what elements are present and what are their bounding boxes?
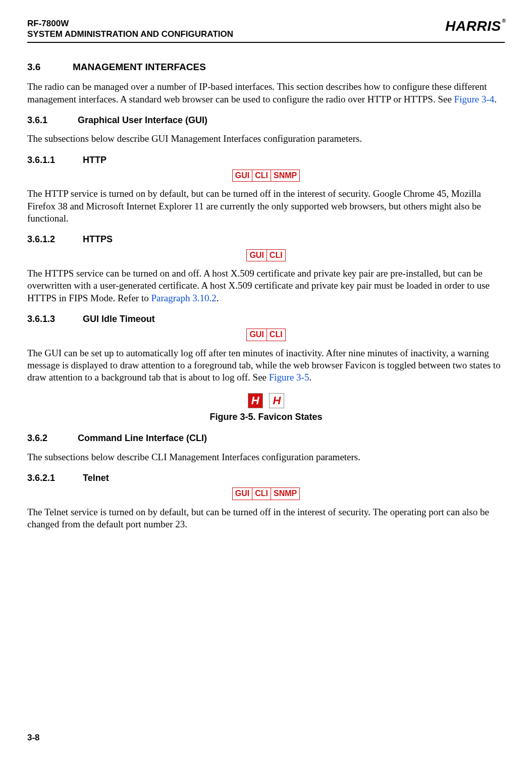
- heading-title: MANAGEMENT INTERFACES: [73, 62, 206, 72]
- heading-3-6-1-1: 3.6.1.1HTTP: [27, 154, 505, 166]
- interface-tags-http: GUI CLI SNMP: [232, 170, 300, 182]
- interface-tags-gui-idle: GUI CLI: [246, 329, 285, 341]
- brand-logo: HARRIS: [445, 19, 501, 33]
- heading-number: 3.6.1.1: [27, 154, 83, 166]
- figure-3-5-caption: Figure 3-5. Favicon States: [27, 411, 505, 423]
- link-figure-3-5[interactable]: Figure 3-5: [269, 372, 309, 383]
- header-right: HARRIS ®: [445, 18, 505, 33]
- header-left: RF-7800W SYSTEM ADMINISTRATION AND CONFI…: [27, 18, 233, 40]
- tag-cli: CLI: [252, 488, 271, 500]
- figure-3-5: H H: [27, 393, 505, 408]
- heading-title: Graphical User Interface (GUI): [78, 115, 207, 125]
- page-content: 3.6MANAGEMENT INTERFACES The radio can b…: [27, 43, 505, 531]
- heading-title: HTTP: [83, 155, 107, 165]
- page: RF-7800W SYSTEM ADMINISTRATION AND CONFI…: [0, 0, 532, 760]
- interface-tags-https: GUI CLI: [246, 249, 285, 261]
- heading-3-6-1-3: 3.6.1.3GUI Idle Timeout: [27, 313, 505, 325]
- text: .: [309, 372, 311, 383]
- heading-3-6-2-1: 3.6.2.1Telnet: [27, 472, 505, 484]
- heading-3-6-1-2: 3.6.1.2HTTPS: [27, 234, 505, 245]
- para-3-6-1-1: The HTTP service is turned on by default…: [27, 188, 505, 225]
- tag-gui: GUI: [247, 249, 267, 261]
- tag-cli: CLI: [267, 329, 285, 341]
- para-3-6-1: The subsections below describe GUI Manag…: [27, 133, 505, 145]
- interface-tags-telnet: GUI CLI SNMP: [232, 487, 300, 500]
- heading-3-6: 3.6MANAGEMENT INTERFACES: [27, 61, 505, 73]
- favicon-state-active-icon: H: [248, 393, 263, 408]
- doc-subtitle: SYSTEM ADMINISTRATION AND CONFIGURATION: [27, 29, 233, 39]
- tag-snmp: SNMP: [271, 170, 300, 182]
- link-para-3-10-2[interactable]: Paragraph 3.10.2: [151, 293, 216, 303]
- tag-gui: GUI: [232, 170, 252, 182]
- heading-number: 3.6.1.3: [27, 313, 83, 325]
- page-number: 3-8: [27, 733, 40, 743]
- heading-number: 3.6.1.2: [27, 234, 83, 245]
- text: The radio can be managed over a number o…: [27, 81, 487, 104]
- text: The GUI can be set up to automatically l…: [27, 348, 501, 383]
- para-3-6: The radio can be managed over a number o…: [27, 81, 505, 105]
- favicon-state-warning-icon: H: [269, 393, 284, 408]
- tag-cli: CLI: [267, 249, 285, 261]
- heading-3-6-1: 3.6.1Graphical User Interface (GUI): [27, 115, 505, 126]
- tag-gui: GUI: [232, 488, 252, 500]
- heading-number: 3.6.2: [27, 432, 78, 444]
- link-figure-3-4[interactable]: Figure 3-4: [454, 94, 495, 104]
- tag-gui: GUI: [247, 329, 267, 341]
- heading-title: Command Line Interface (CLI): [78, 433, 207, 443]
- text: .: [494, 94, 497, 104]
- text: .: [217, 293, 219, 303]
- product-name: RF-7800W: [27, 18, 233, 29]
- heading-number: 3.6.2.1: [27, 472, 83, 484]
- heading-number: 3.6.1: [27, 115, 78, 126]
- heading-number: 3.6: [27, 61, 73, 73]
- para-3-6-2-1: The Telnet service is turned on by defau…: [27, 506, 505, 531]
- heading-3-6-2: 3.6.2Command Line Interface (CLI): [27, 432, 505, 444]
- registered-mark: ®: [502, 18, 506, 24]
- heading-title: HTTPS: [83, 234, 113, 244]
- page-header: RF-7800W SYSTEM ADMINISTRATION AND CONFI…: [27, 18, 505, 43]
- heading-title: Telnet: [83, 473, 109, 483]
- para-3-6-1-3: The GUI can be set up to automatically l…: [27, 347, 505, 384]
- tag-snmp: SNMP: [271, 488, 300, 500]
- text: The HTTPS service can be turned on and o…: [27, 268, 490, 303]
- para-3-6-1-2: The HTTPS service can be turned on and o…: [27, 267, 505, 304]
- para-3-6-2: The subsections below describe CLI Manag…: [27, 451, 505, 463]
- tag-cli: CLI: [252, 170, 271, 182]
- heading-title: GUI Idle Timeout: [83, 314, 155, 324]
